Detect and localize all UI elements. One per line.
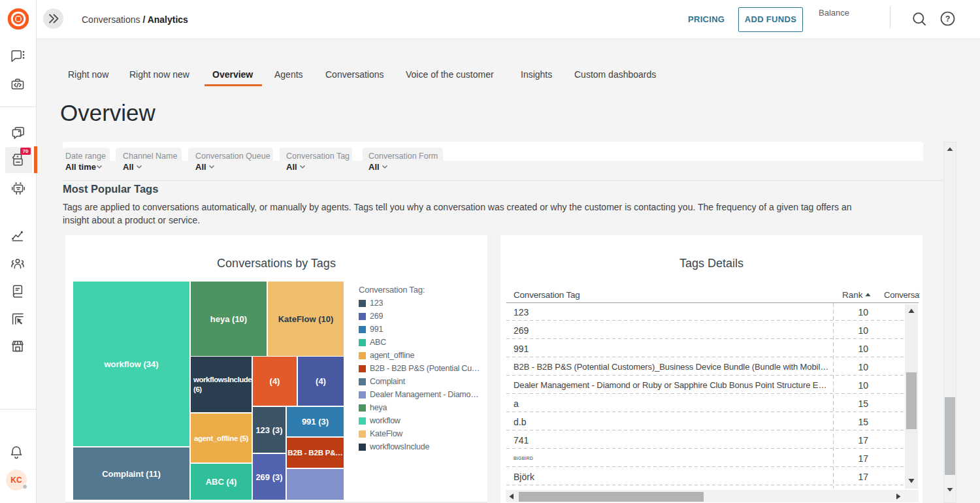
svg-text:?: ?	[945, 14, 951, 24]
